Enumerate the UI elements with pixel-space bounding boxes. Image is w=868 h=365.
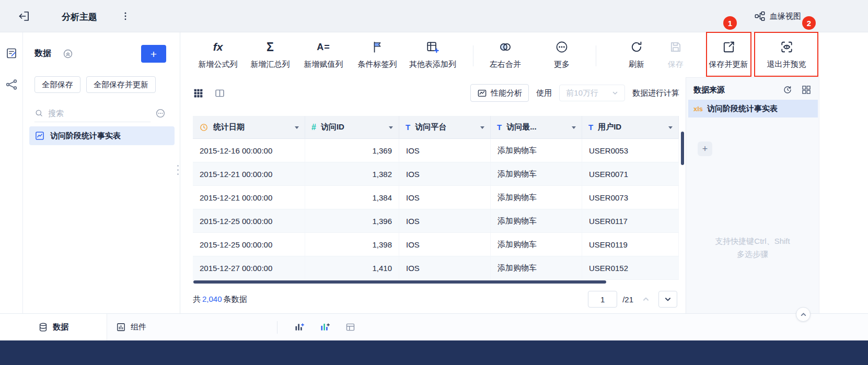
data-source-panel: 数据来源 xls 访问阶段统计事实表 + 支持快捷键Ctrl、Shift 多选步… [686, 77, 819, 313]
lineage-view-button[interactable]: 血缘视图 [754, 8, 801, 24]
add-summary-column-button[interactable]: Σ 新增汇总列 [251, 39, 290, 69]
data-source-actions [782, 85, 812, 95]
add-assign-column-button[interactable]: A= 新增赋值列 [304, 39, 343, 69]
number-type-icon: # [311, 123, 316, 132]
more-actions-button[interactable]: 更多 [554, 39, 570, 69]
lineage-icon [754, 10, 766, 22]
save-all-update-button[interactable]: 全部保存并更新 [86, 76, 156, 93]
column-header[interactable]: # 访问ID [305, 116, 399, 139]
add-assign-label: 新增赋值列 [304, 60, 343, 69]
component-icon [116, 322, 126, 332]
source-step-item[interactable]: xls 访问阶段统计事实表 [688, 100, 818, 117]
cell-stage: 添加购物车 [491, 233, 582, 256]
view-bar: 性能分析 使用 前10万行 数据进行计算 [193, 81, 679, 104]
save-all-button[interactable]: 全部保存 [34, 76, 80, 93]
database-icon [38, 322, 48, 332]
page-title: 分析主题 [62, 11, 97, 23]
annotation-badge-1: 1 [723, 16, 737, 30]
quick-add-icons [294, 314, 356, 340]
save-button[interactable]: 保存 [668, 39, 684, 69]
performance-analysis-button[interactable]: 性能分析 [470, 84, 529, 102]
exit-edit-icon[interactable] [16, 8, 32, 25]
chevron-down-icon [612, 90, 618, 96]
plus-icon: + [702, 144, 708, 154]
row-limit-select[interactable]: 前10万行 [559, 85, 625, 101]
collapse-bottom-panel-icon[interactable] [796, 307, 811, 322]
cell-stage: 添加购物车 [491, 186, 582, 209]
tab-component[interactable]: 组件 [107, 314, 170, 340]
add-column-from-table-button[interactable]: 其他表添加列 [409, 39, 456, 69]
merge-left-right-button[interactable]: 左右合并 [490, 39, 521, 69]
column-header[interactable]: 统计日期 [193, 116, 305, 139]
add-step-button[interactable]: + [698, 142, 712, 156]
layout-icon[interactable] [801, 85, 812, 95]
cell-platform: IOS [399, 233, 491, 256]
copy-table-icon[interactable] [345, 322, 356, 333]
tab-component-label: 组件 [131, 322, 146, 332]
page-input[interactable] [588, 291, 617, 308]
row-count-prefix: 共 [193, 295, 201, 303]
save-and-update-button[interactable]: 保存并更新 [709, 39, 748, 69]
page-down-icon[interactable] [658, 291, 677, 308]
kebab-menu-icon[interactable] [118, 9, 133, 23]
save-label: 保存 [668, 60, 684, 69]
cell-date: 2015-12-25 00:00:00 [193, 233, 305, 256]
table-footer: 共2,040条数据 /21 [193, 285, 677, 313]
grid-view-icon[interactable] [193, 88, 204, 99]
table-header: 统计日期 # 访问ID T 访问平台 T 访问最... [193, 116, 679, 139]
table-row[interactable]: 2015-12-25 00:00:00 1,396 IOS 添加购物车 USER… [193, 209, 679, 233]
column-header[interactable]: T 访问最... [491, 116, 582, 139]
add-column-from-table-label: 其他表添加列 [409, 60, 456, 69]
sort-caret-icon [480, 126, 484, 131]
cell-visit-id: 1,410 [305, 256, 399, 279]
table-row[interactable]: 2015-12-27 00:00:00 1,410 IOS 添加购物车 USER… [193, 256, 679, 280]
formula-icon: fx [213, 39, 223, 55]
source-step-name: 访问阶段统计事实表 [707, 104, 778, 114]
table-row[interactable]: 2015-12-16 00:00:00 1,369 IOS 添加购物车 USER… [193, 139, 679, 162]
refresh-icon [630, 39, 643, 55]
dataset-chart-icon [34, 131, 45, 141]
merge-label: 左右合并 [490, 60, 521, 69]
topbar: 分析主题 血缘视图 [0, 0, 868, 32]
data-panel-title: 数据 [34, 48, 51, 59]
card-view-icon[interactable] [214, 88, 225, 99]
add-dataset-button[interactable]: + [141, 45, 166, 63]
text-type-icon: T [497, 123, 502, 132]
pagination: /21 [588, 291, 677, 308]
cell-platform: IOS [399, 209, 491, 232]
condition-tag-column-button[interactable]: 条件标签列 [358, 39, 397, 69]
dataset-list-item[interactable]: 访问阶段统计事实表 [29, 126, 175, 145]
search-input[interactable] [48, 109, 151, 117]
tab-data[interactable]: 数据 [0, 314, 107, 340]
search-box [34, 104, 151, 122]
cell-date: 2015-12-25 00:00:00 [193, 209, 305, 232]
relation-flow-icon[interactable] [5, 78, 18, 91]
page-up-icon[interactable] [639, 292, 653, 307]
column-name: 用户ID [598, 122, 621, 132]
collapse-all-icon[interactable] [63, 49, 73, 59]
left-icon-strip [0, 32, 23, 313]
search-options-icon[interactable] [155, 108, 166, 119]
sort-caret-icon [389, 126, 393, 131]
horizontal-scrollbar[interactable] [193, 280, 606, 284]
vertical-scrollbar[interactable] [681, 132, 684, 165]
table-row[interactable]: 2015-12-21 00:00:00 1,384 IOS 添加购物车 USER… [193, 186, 679, 209]
edit-steps-icon[interactable] [5, 47, 18, 60]
table-workspace: 性能分析 使用 前10万行 数据进行计算 [180, 77, 686, 313]
add-chart-icon[interactable] [294, 322, 305, 333]
cell-user-id: USER0053 [582, 139, 679, 162]
add-formula-column-button[interactable]: fx 新增公式列 [199, 39, 238, 69]
text-type-icon: T [588, 123, 593, 132]
table-row[interactable]: 2015-12-25 00:00:00 1,398 IOS 添加购物车 USER… [193, 233, 679, 256]
performance-label: 性能分析 [491, 88, 522, 98]
history-icon[interactable] [782, 85, 793, 95]
table-row[interactable]: 2015-12-21 00:00:00 1,382 IOS 添加购物车 USER… [193, 162, 679, 186]
sort-caret-icon [572, 126, 576, 131]
refresh-button[interactable]: 刷新 [629, 39, 644, 69]
column-header[interactable]: T 访问平台 [399, 116, 491, 139]
add-component-icon[interactable] [319, 322, 330, 333]
sigma-icon: Σ [267, 39, 274, 55]
toolbar-divider [473, 45, 473, 66]
exit-and-preview-button[interactable]: 退出并预览 [767, 39, 806, 69]
column-header[interactable]: T 用户ID [582, 116, 679, 139]
